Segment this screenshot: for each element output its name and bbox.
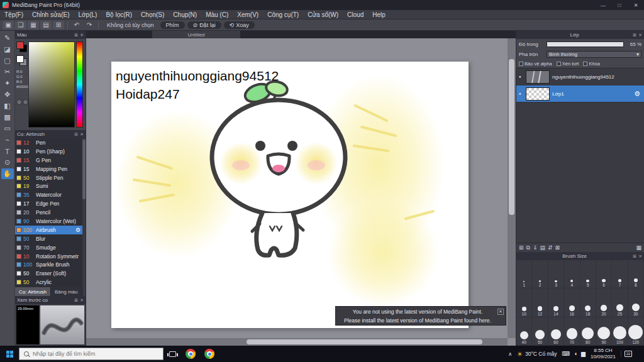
- brush-item[interactable]: 90Watercolor (Wet): [15, 217, 86, 226]
- detach-panel-icon[interactable]: ⊠: [633, 33, 636, 38]
- layer-toolbar-icon[interactable]: ⊞: [519, 244, 524, 251]
- brush-size-option[interactable]: 1: [516, 260, 532, 288]
- brush-item[interactable]: 20Pencil: [15, 208, 86, 217]
- pen-tool[interactable]: ✎: [1, 33, 14, 43]
- taskbar-app-chrome[interactable]: [181, 346, 200, 362]
- network-icon[interactable]: ▆: [581, 351, 586, 357]
- undo-icon[interactable]: ↶: [71, 21, 82, 30]
- canvas-viewport[interactable]: nguyenthihuonggiang94512 Hoidap247 You a…: [86, 38, 516, 346]
- close-panel-icon[interactable]: ✕: [80, 33, 84, 38]
- add-brush-icon[interactable]: ⊞: [74, 132, 78, 137]
- weather-widget[interactable]: ☀ 30°C Có mây: [517, 351, 557, 358]
- magic-wand-tool[interactable]: ✦: [1, 78, 14, 89]
- layer-visibility-icon[interactable]: ●: [519, 75, 523, 79]
- brush-item[interactable]: 15Mapping Pen: [15, 165, 86, 173]
- taskbar-search[interactable]: [19, 348, 164, 360]
- brush-item[interactable]: 10Rotation Symmetr: [15, 252, 86, 261]
- redo-icon[interactable]: ↷: [84, 21, 95, 30]
- layer-option-xén-bớt[interactable]: Xén bớt: [557, 61, 579, 67]
- brush-size-option[interactable]: 50: [532, 317, 548, 346]
- layer-toolbar-icon[interactable]: ⇵: [548, 244, 553, 251]
- menu-item[interactable]: Chỉnh sửa(E): [28, 10, 74, 19]
- close-button[interactable]: ✕: [628, 0, 644, 10]
- brush-item[interactable]: 50Stipple Pen: [15, 173, 86, 182]
- toolbar-icon[interactable]: ⊞: [53, 21, 64, 30]
- brush-size-option[interactable]: 7: [612, 260, 628, 288]
- text-tool[interactable]: T: [1, 146, 14, 156]
- tab-palette[interactable]: Bảng màu: [51, 287, 82, 296]
- brush-item[interactable]: 50Eraser (Soft): [15, 269, 86, 278]
- curve-tool[interactable]: ~: [1, 134, 14, 145]
- toolbar-icon[interactable]: ▣: [3, 21, 14, 30]
- brush-size-option[interactable]: 14: [548, 288, 564, 317]
- menu-item[interactable]: Công cụ(T): [263, 10, 303, 19]
- eyedropper-tool[interactable]: ⊙: [1, 157, 14, 168]
- layer-toolbar-icon[interactable]: ⊠: [555, 244, 560, 251]
- brush-list-scrollbar[interactable]: [82, 138, 86, 287]
- layer-toolbar-icon[interactable]: ⧉: [526, 244, 530, 251]
- menu-item[interactable]: Cửa sổ(W): [303, 10, 343, 19]
- layer-row[interactable]: ●nguyenthihuonggiang94512: [516, 69, 644, 85]
- keyboard-icon[interactable]: ⌨: [562, 351, 570, 357]
- brush-item[interactable]: 17Edge Pen: [15, 199, 86, 208]
- start-button[interactable]: [0, 346, 19, 362]
- brush-size-option[interactable]: 30: [628, 288, 644, 317]
- layer-toolbar-icon[interactable]: ▤: [540, 244, 546, 251]
- layer-option-khóa[interactable]: Khóa: [583, 61, 600, 67]
- color-swap-icon[interactable]: [23, 99, 28, 105]
- horizontal-scrollbar[interactable]: [86, 338, 508, 346]
- brush-size-option[interactable]: 10: [516, 288, 532, 317]
- foreground-color-swatch[interactable]: [16, 41, 24, 49]
- vertical-scrollbar[interactable]: [508, 38, 516, 338]
- layer-option-bảo-vệ-alpha[interactable]: Bảo vệ alpha: [519, 61, 552, 67]
- taskbar-app-browser[interactable]: [200, 346, 219, 362]
- toolbar-button-xoay[interactable]: ⟲Xoay: [224, 21, 255, 29]
- menu-item[interactable]: Cloud: [343, 10, 368, 19]
- toolbar-icon[interactable]: ▦: [28, 21, 39, 30]
- brush-size-option[interactable]: 70: [564, 317, 580, 346]
- layer-toolbar-icon[interactable]: ▦: [636, 244, 641, 251]
- brush-size-option[interactable]: 80: [580, 317, 596, 346]
- transparent-swatches[interactable]: [16, 55, 28, 67]
- foreground-background-swatches[interactable]: [16, 41, 28, 53]
- brush-item[interactable]: 12Pen: [15, 138, 86, 147]
- taskbar-clock[interactable]: 8:55 CH 10/09/2021: [591, 348, 616, 360]
- menu-item[interactable]: Xem(V): [233, 10, 263, 19]
- brush-size-option[interactable]: 60: [548, 317, 564, 346]
- blend-mode-dropdown[interactable]: Bình thường ▾: [547, 51, 641, 58]
- brush-item[interactable]: 15G Pen: [15, 156, 86, 165]
- close-panel-icon[interactable]: ✕: [638, 254, 642, 259]
- toolbar-button-đặt-lại[interactable]: ⊘Đặt lại: [187, 21, 221, 29]
- shape-tool[interactable]: ▭: [1, 123, 14, 134]
- brush-size-option[interactable]: 20: [596, 288, 612, 317]
- brush-size-option[interactable]: 40: [516, 317, 532, 346]
- brush-item[interactable]: 100Sparkle Brush: [15, 260, 86, 269]
- volume-icon[interactable]: ◖: [574, 351, 577, 357]
- update-notification[interactable]: You are not using the latest version of …: [335, 306, 506, 326]
- toolbar-icon[interactable]: ▤: [40, 21, 52, 30]
- layer-settings-icon[interactable]: ⚙: [634, 90, 640, 98]
- toolbar-button-phím[interactable]: Phím: [160, 21, 185, 29]
- brush-size-option[interactable]: 25: [612, 288, 628, 317]
- brush-size-option[interactable]: 16: [564, 288, 580, 317]
- brush-size-option[interactable]: 4: [564, 260, 580, 288]
- toolbar-icon[interactable]: ❏: [15, 21, 26, 30]
- brush-size-option[interactable]: 5: [580, 260, 596, 288]
- brush-size-option[interactable]: 120: [628, 317, 644, 346]
- fill-tool[interactable]: ◧: [1, 101, 14, 111]
- select-tool[interactable]: ▢: [1, 55, 14, 66]
- brush-size-option[interactable]: 2: [532, 260, 548, 288]
- brush-size-option[interactable]: 6: [596, 260, 612, 288]
- brush-size-option[interactable]: 100: [612, 317, 628, 346]
- checkbox-icon[interactable]: [583, 62, 587, 66]
- layer-row[interactable]: ●Lớp1⚙: [516, 85, 644, 102]
- tray-expand-icon[interactable]: ∧: [508, 351, 512, 357]
- menu-item[interactable]: Bộ lọc(R): [101, 10, 136, 19]
- checkbox-icon[interactable]: [557, 62, 561, 66]
- notification-close-icon[interactable]: ✕: [497, 309, 504, 315]
- hue-strip[interactable]: [76, 41, 83, 128]
- canvas[interactable]: nguyenthihuonggiang94512 Hoidap247: [111, 62, 469, 328]
- opacity-slider[interactable]: [547, 41, 624, 47]
- close-panel-icon[interactable]: ✕: [80, 298, 84, 303]
- canvas-tab-untitled[interactable]: Untitled: [152, 31, 240, 38]
